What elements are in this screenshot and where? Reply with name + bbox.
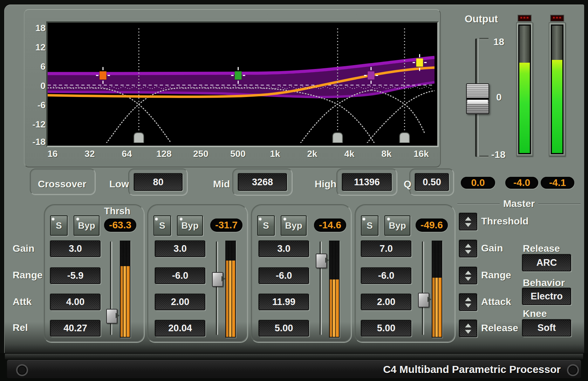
master-attack-stepper[interactable] <box>459 293 477 311</box>
band-3-threshold-handle[interactable] <box>316 254 327 268</box>
meter-stripe <box>228 241 229 337</box>
fader-top-tick <box>479 38 488 39</box>
band-4-threshold-readout[interactable]: -49.6 <box>416 219 448 232</box>
q-field[interactable]: 0.50 <box>415 173 449 191</box>
band-2-attack-field[interactable]: 2.00 <box>155 294 205 310</box>
output-fader-handle[interactable] <box>466 83 489 114</box>
master-range-stepper[interactable] <box>459 267 477 284</box>
x-tick: 4k <box>339 148 360 159</box>
band-2-threshold-handle[interactable] <box>212 272 223 287</box>
master-gain-label: Gain <box>481 243 503 254</box>
meter-stripe <box>332 241 333 337</box>
band-2-range-field[interactable]: -6.0 <box>155 268 205 284</box>
band-4-bypass-button[interactable]: Byp <box>384 215 410 236</box>
knee-label: Knee <box>523 308 547 319</box>
band-1-meter-fill <box>121 266 130 337</box>
band-2-threshold-track[interactable] <box>216 241 218 335</box>
behavior-button[interactable]: Electro <box>522 288 571 305</box>
band-3-attack-field[interactable]: 11.99 <box>259 294 309 310</box>
gain-row-label: Gain <box>13 243 34 254</box>
low-band-marker[interactable] <box>100 71 107 79</box>
band-4-range-field[interactable]: -6.0 <box>361 268 411 284</box>
x-tick: 500 <box>227 148 248 159</box>
master-gain-stepper[interactable] <box>459 240 477 257</box>
band-1-release-field[interactable]: 40.27 <box>50 320 101 337</box>
band-2-meter <box>225 241 236 338</box>
master-divider-right <box>538 203 581 204</box>
fader-bottom-tick <box>479 155 488 157</box>
band-4-gain-field[interactable]: 7.0 <box>361 241 411 257</box>
release-mode-button[interactable]: ARC <box>522 254 571 271</box>
band-3-bypass-button[interactable]: Byp <box>281 215 307 236</box>
band-3-solo-button[interactable]: S <box>257 215 275 236</box>
y-tick: 12 <box>30 42 46 53</box>
x-tick: 250 <box>190 148 211 159</box>
meter-stripe <box>123 241 124 337</box>
x-tick: 1k <box>265 148 286 159</box>
clip-led-left[interactable] <box>518 15 532 22</box>
band-2-threshold-readout[interactable]: -31.7 <box>210 219 242 232</box>
meter-fill-right <box>552 60 562 153</box>
band-1-threshold-readout[interactable]: -63.3 <box>104 219 136 232</box>
meter-fill-left <box>519 63 530 153</box>
meter-stripe <box>435 241 436 337</box>
band-1-range-field[interactable]: -5.9 <box>50 268 101 284</box>
knee-button[interactable]: Soft <box>522 319 571 337</box>
band-4-attack-field[interactable]: 2.00 <box>361 294 411 310</box>
band-4-solo-button[interactable]: S <box>361 215 378 236</box>
band-2-bypass-button[interactable]: Byp <box>177 215 203 236</box>
band-1-bypass-button[interactable]: Byp <box>74 215 100 236</box>
frequency-response-plot[interactable] <box>48 23 435 143</box>
peak-readout-left[interactable]: -4.0 <box>505 177 538 189</box>
band-1-threshold-handle[interactable] <box>106 309 117 324</box>
master-release-stepper[interactable] <box>459 320 477 337</box>
band-2-gain-field[interactable]: 3.0 <box>155 241 205 257</box>
y-tick: 18 <box>30 23 46 34</box>
band-2-solo-button[interactable]: S <box>153 215 171 236</box>
band-2-release-field[interactable]: 20.04 <box>155 320 205 337</box>
peak-readout-right[interactable]: -4.1 <box>541 177 574 189</box>
band-1-gain-field[interactable]: 3.0 <box>50 241 101 257</box>
output-label: Output <box>465 13 498 25</box>
master-section-header: Master <box>457 198 581 209</box>
release-row-label: Rel <box>13 322 28 333</box>
master-range-label: Range <box>481 270 511 281</box>
meter-stripe <box>126 241 127 337</box>
low-crossover-field[interactable]: 80 <box>134 173 183 191</box>
clip-led-right[interactable] <box>550 15 564 22</box>
band-3-range-field[interactable]: -6.0 <box>259 268 309 284</box>
band-1-attack-field[interactable]: 4.00 <box>50 294 101 310</box>
crossover-label: Crossover <box>38 179 87 190</box>
mid-label: Mid <box>213 179 230 190</box>
x-tick: 32 <box>79 148 100 159</box>
crossover-handle[interactable] <box>399 133 409 143</box>
output-scale-neg18: -18 <box>491 149 505 160</box>
y-tick: -6 <box>30 100 46 111</box>
band-4-release-field[interactable]: 5.00 <box>361 320 411 337</box>
mid-crossover-field[interactable]: 3268 <box>238 173 287 191</box>
waves-logo-icon <box>567 364 579 376</box>
range-row-label: Range <box>13 270 43 281</box>
high-band-marker[interactable] <box>416 58 423 67</box>
band-4-threshold-track[interactable] <box>422 241 424 335</box>
crossover-handle[interactable] <box>134 133 144 143</box>
band-3-release-field[interactable]: 5.00 <box>259 320 309 337</box>
plugin-title: C4 Multiband Parametric Processor <box>383 363 561 375</box>
high-crossover-field[interactable]: 11396 <box>342 173 392 191</box>
y-tick: -18 <box>30 137 46 147</box>
master-threshold-stepper[interactable] <box>459 213 477 230</box>
band-2-low-mid: S Byp -31.7 3.0 -6.0 2.00 20.04 <box>147 204 248 343</box>
band-1-solo-button[interactable]: S <box>50 215 68 236</box>
band-4-meter <box>432 241 442 338</box>
x-tick: 128 <box>153 148 175 159</box>
output-gain-readout[interactable]: 0.0 <box>461 177 495 189</box>
mid-band-marker[interactable] <box>235 71 242 79</box>
x-tick: 2k <box>302 148 323 159</box>
band-4-threshold-handle[interactable] <box>418 293 429 307</box>
band-3-gain-field[interactable]: 3.0 <box>259 241 309 257</box>
high-mid-band-marker[interactable] <box>368 71 375 79</box>
crossover-handle[interactable] <box>333 133 342 143</box>
master-divider-left <box>457 203 500 204</box>
band-3-meter-fill <box>330 279 339 337</box>
band-3-threshold-readout[interactable]: -14.6 <box>314 219 346 232</box>
